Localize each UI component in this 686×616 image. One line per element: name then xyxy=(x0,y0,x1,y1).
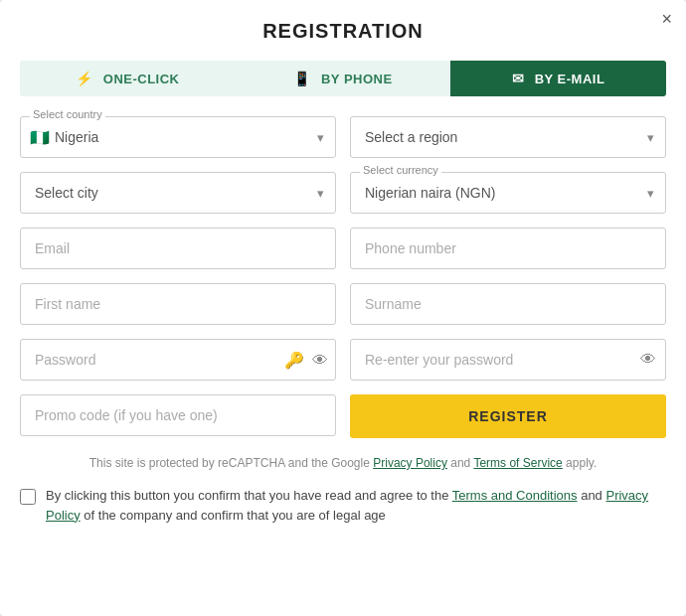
tab-byphone-label: BY PHONE xyxy=(321,72,393,86)
currency-label: Select currency xyxy=(360,164,441,176)
firstname-group xyxy=(20,283,336,325)
terms-conditions-link[interactable]: Terms and Conditions xyxy=(452,488,578,503)
tab-byemail-label: BY E-MAIL xyxy=(535,72,605,86)
phone-icon: 📱 xyxy=(293,71,311,86)
privacy-policy-link[interactable]: Privacy Policy xyxy=(373,456,447,470)
city-select[interactable]: Select city xyxy=(20,172,336,214)
row-city-currency: Select city Select currency Nigerian nai… xyxy=(20,172,666,214)
row-email-phone xyxy=(20,228,666,269)
region-group: Select a region xyxy=(350,116,666,158)
recaptcha-notice: This site is protected by reCAPTCHA and … xyxy=(20,454,666,472)
phone-input[interactable] xyxy=(350,228,666,269)
country-group: Select country 🇳🇬 Nigeria xyxy=(20,116,336,158)
repassword-input[interactable] xyxy=(350,339,666,381)
currency-group: Select currency Nigerian naira (NGN) xyxy=(350,172,666,214)
terms-text: By clicking this button you confirm that… xyxy=(46,486,666,525)
recaptcha-apply: apply. xyxy=(566,456,597,470)
password-icons: 🔑 👁 xyxy=(284,351,328,370)
email-group xyxy=(20,228,336,269)
tab-byphone[interactable]: 📱 BY PHONE xyxy=(236,61,451,96)
terms-checkbox[interactable] xyxy=(20,489,36,505)
registration-modal: × REGISTRATION ⚡ ONE-CLICK 📱 BY PHONE ✉ … xyxy=(0,0,686,616)
repassword-eye-icon[interactable]: 👁 xyxy=(640,351,656,369)
currency-select[interactable]: Nigerian naira (NGN) xyxy=(350,172,666,214)
city-group: Select city xyxy=(20,172,336,214)
tab-oneclick-label: ONE-CLICK xyxy=(103,72,180,86)
surname-input[interactable] xyxy=(350,283,666,325)
email-input[interactable] xyxy=(20,228,336,269)
firstname-input[interactable] xyxy=(20,283,336,325)
phone-group xyxy=(350,228,666,269)
register-button[interactable]: REGISTER xyxy=(350,394,666,438)
terms-service-link[interactable]: Terms of Service xyxy=(473,456,562,470)
terms-row: By clicking this button you confirm that… xyxy=(20,486,666,525)
recaptcha-and: and xyxy=(450,456,470,470)
lightning-icon: ⚡ xyxy=(76,71,93,86)
promo-input[interactable] xyxy=(20,394,336,436)
repassword-group: 👁 xyxy=(350,339,666,381)
tab-oneclick[interactable]: ⚡ ONE-CLICK xyxy=(20,61,236,96)
key-icon[interactable]: 🔑 xyxy=(284,351,304,370)
row-passwords: 🔑 👁 👁 xyxy=(20,339,666,381)
row-country-region: Select country 🇳🇬 Nigeria Select a regio… xyxy=(20,116,666,158)
registration-tabs: ⚡ ONE-CLICK 📱 BY PHONE ✉ BY E-MAIL xyxy=(20,61,666,96)
eye-toggle-icon[interactable]: 👁 xyxy=(312,351,328,369)
country-label: Select country xyxy=(30,108,105,120)
password-group: 🔑 👁 xyxy=(20,339,336,381)
recaptcha-text: This site is protected by reCAPTCHA and … xyxy=(89,456,370,470)
modal-title: REGISTRATION xyxy=(20,20,666,43)
row-name-surname xyxy=(20,283,666,325)
row-promo-register: REGISTER xyxy=(20,394,666,438)
tab-byemail[interactable]: ✉ BY E-MAIL xyxy=(450,61,666,96)
close-button[interactable]: × xyxy=(661,10,672,28)
email-icon: ✉ xyxy=(512,71,525,86)
surname-group xyxy=(350,283,666,325)
promo-group xyxy=(20,394,336,438)
region-select[interactable]: Select a region xyxy=(350,116,666,158)
country-select[interactable]: Nigeria xyxy=(20,116,336,158)
